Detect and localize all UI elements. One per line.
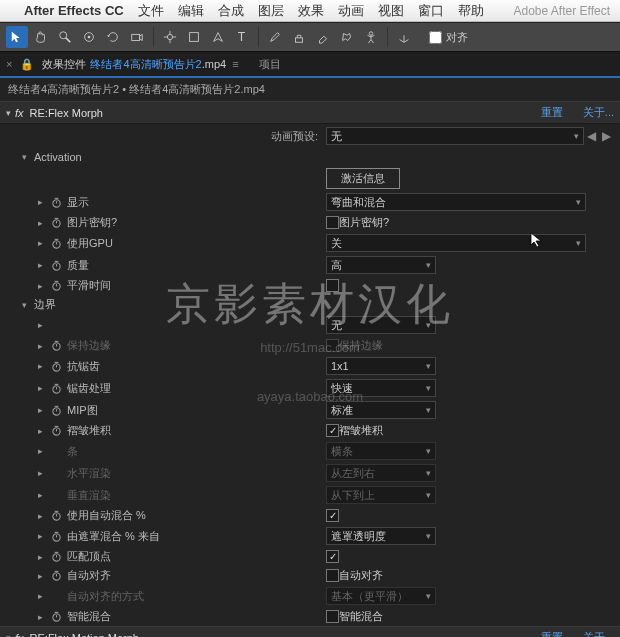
stopwatch-icon[interactable] xyxy=(50,237,63,250)
dropdown[interactable]: 从左到右▾ xyxy=(326,464,436,482)
expand-icon[interactable]: ▸ xyxy=(38,238,50,248)
dropdown[interactable]: 标准▾ xyxy=(326,401,436,419)
expand-icon[interactable]: ▾ xyxy=(6,108,11,118)
expand-icon[interactable]: ▸ xyxy=(38,531,50,541)
group-row[interactable]: ▾边界 xyxy=(0,295,620,314)
dropdown[interactable]: 快速▾ xyxy=(326,379,436,397)
activate-button[interactable]: 激活信息 xyxy=(326,168,400,189)
dropdown[interactable]: 基本（更平滑）▾ xyxy=(326,587,436,605)
menu-file[interactable]: 文件 xyxy=(138,2,164,20)
orbit-tool[interactable] xyxy=(78,26,100,48)
expand-icon[interactable]: ▸ xyxy=(38,197,50,207)
clone-tool[interactable] xyxy=(288,26,310,48)
app-name[interactable]: After Effects CC xyxy=(24,3,124,18)
stopwatch-icon[interactable] xyxy=(50,360,63,373)
checkbox[interactable] xyxy=(326,509,339,522)
expand-icon[interactable]: ▸ xyxy=(38,426,50,436)
stopwatch-icon[interactable] xyxy=(50,259,63,272)
stopwatch-icon[interactable] xyxy=(50,279,63,292)
stopwatch-icon[interactable] xyxy=(50,509,63,522)
expand-icon[interactable]: ▸ xyxy=(38,468,50,478)
zoom-tool[interactable] xyxy=(54,26,76,48)
hand-tool[interactable] xyxy=(30,26,52,48)
checkbox[interactable] xyxy=(326,610,339,623)
fx-header[interactable]: ▾ fx RE:Flex Morph 重置 关于... xyxy=(0,101,620,124)
expand-icon[interactable]: ▸ xyxy=(38,341,50,351)
close-tab-icon[interactable]: × xyxy=(6,58,12,70)
rect-tool[interactable] xyxy=(183,26,205,48)
about-link[interactable]: 关于... xyxy=(583,105,614,120)
selection-tool[interactable] xyxy=(6,26,28,48)
stopwatch-icon[interactable] xyxy=(50,339,63,352)
checkbox[interactable] xyxy=(326,569,339,582)
menu-composition[interactable]: 合成 xyxy=(218,2,244,20)
reset-link[interactable]: 重置 xyxy=(541,105,563,120)
dropdown[interactable]: 横条▾ xyxy=(326,442,436,460)
lock-icon[interactable]: 🔒 xyxy=(20,58,34,71)
checkbox[interactable] xyxy=(326,424,339,437)
dropdown[interactable]: 高▾ xyxy=(326,256,436,274)
expand-icon[interactable]: ▸ xyxy=(38,612,50,622)
stopwatch-icon[interactable] xyxy=(50,424,63,437)
stopwatch-icon[interactable] xyxy=(50,550,63,563)
expand-icon[interactable]: ▸ xyxy=(38,490,50,500)
dropdown[interactable]: 遮罩透明度▾ xyxy=(326,527,436,545)
roto-tool[interactable] xyxy=(336,26,358,48)
tab-divider[interactable]: ≡ xyxy=(232,58,238,70)
brush-tool[interactable] xyxy=(264,26,286,48)
expand-icon[interactable]: ▸ xyxy=(38,320,50,330)
stopwatch-icon[interactable] xyxy=(50,382,63,395)
menu-layer[interactable]: 图层 xyxy=(258,2,284,20)
checkbox[interactable] xyxy=(326,339,339,352)
menu-edit[interactable]: 编辑 xyxy=(178,2,204,20)
dropdown[interactable]: 1x1▾ xyxy=(326,357,436,375)
expand-icon[interactable]: ▸ xyxy=(38,218,50,228)
expand-icon[interactable]: ▸ xyxy=(38,405,50,415)
dropdown[interactable]: 弯曲和混合▾ xyxy=(326,193,586,211)
stopwatch-icon[interactable] xyxy=(50,216,63,229)
expand-icon[interactable]: ▾ xyxy=(6,633,11,638)
expand-icon[interactable]: ▾ xyxy=(22,152,34,162)
expand-icon[interactable]: ▸ xyxy=(38,552,50,562)
camera-tool[interactable] xyxy=(126,26,148,48)
expand-icon[interactable]: ▸ xyxy=(38,446,50,456)
expand-icon[interactable]: ▸ xyxy=(38,571,50,581)
checkbox[interactable] xyxy=(326,550,339,563)
stopwatch-icon[interactable] xyxy=(50,196,63,209)
dropdown[interactable]: 关▾ xyxy=(326,234,586,252)
expand-icon[interactable]: ▸ xyxy=(38,260,50,270)
stopwatch-icon[interactable] xyxy=(50,569,63,582)
prev-preset-icon[interactable]: ◀ xyxy=(584,129,599,143)
dropdown[interactable]: 无▾ xyxy=(326,316,436,334)
checkbox[interactable] xyxy=(326,216,339,229)
menu-view[interactable]: 视图 xyxy=(378,2,404,20)
next-preset-icon[interactable]: ▶ xyxy=(599,129,614,143)
menu-help[interactable]: 帮助 xyxy=(458,2,484,20)
stopwatch-icon[interactable] xyxy=(50,610,63,623)
checkbox[interactable] xyxy=(326,279,339,292)
rotate-tool[interactable] xyxy=(102,26,124,48)
stopwatch-icon[interactable] xyxy=(50,404,63,417)
anchor-tool[interactable] xyxy=(159,26,181,48)
about-link[interactable]: 关于... xyxy=(583,630,614,637)
project-tab[interactable]: 项目 xyxy=(259,57,281,72)
dropdown[interactable]: 从下到上▾ xyxy=(326,486,436,504)
expand-icon[interactable]: ▸ xyxy=(38,383,50,393)
expand-icon[interactable]: ▾ xyxy=(22,300,34,310)
eraser-tool[interactable] xyxy=(312,26,334,48)
menu-effect[interactable]: 效果 xyxy=(298,2,324,20)
snap-checkbox[interactable] xyxy=(429,31,442,44)
menu-window[interactable]: 窗口 xyxy=(418,2,444,20)
reset-link[interactable]: 重置 xyxy=(541,630,563,637)
text-tool[interactable]: T xyxy=(231,26,253,48)
fx-header[interactable]: ▾ fx RE:Flex Motion Morph 重置 关于... xyxy=(0,626,620,637)
menu-animation[interactable]: 动画 xyxy=(338,2,364,20)
group-row[interactable]: ▾Activation xyxy=(0,148,620,166)
expand-icon[interactable]: ▸ xyxy=(38,511,50,521)
localaxis-tool[interactable] xyxy=(393,26,415,48)
stopwatch-icon[interactable] xyxy=(50,530,63,543)
pen-tool[interactable] xyxy=(207,26,229,48)
expand-icon[interactable]: ▸ xyxy=(38,281,50,291)
dropdown[interactable]: 无▾ xyxy=(326,127,584,145)
snap-toggle[interactable]: 对齐 xyxy=(429,30,468,45)
